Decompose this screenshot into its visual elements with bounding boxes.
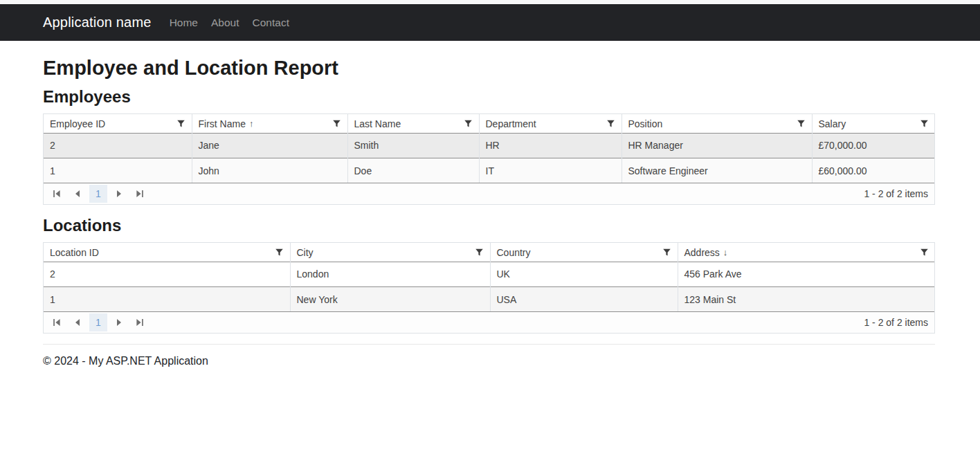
- cell-salary: £70,000.00: [812, 133, 934, 158]
- column-title: City: [297, 247, 314, 258]
- locations-col-address[interactable]: Address ↓: [678, 243, 934, 262]
- first-page-button[interactable]: [48, 185, 66, 203]
- locations-col-country[interactable]: Country: [490, 243, 678, 262]
- cell-salary: £60,000.00: [812, 158, 934, 183]
- employees-pager: 1 1 - 2 of 2 items: [44, 183, 934, 204]
- column-title: Last Name: [354, 118, 401, 129]
- filter-icon[interactable]: [473, 246, 486, 259]
- first-page-button[interactable]: [48, 314, 66, 331]
- cell-position: HR Manager: [621, 133, 812, 158]
- nav-link-home[interactable]: Home: [170, 17, 198, 29]
- main-content: Employee and Location Report Employees E…: [43, 55, 935, 367]
- employees-col-position[interactable]: Position: [621, 114, 812, 133]
- cell-department: HR: [479, 133, 621, 158]
- cell-employee-id: 1: [44, 158, 192, 183]
- pager-info: 1 - 2 of 2 items: [864, 188, 928, 199]
- employees-col-first-name[interactable]: First Name ↑: [192, 114, 347, 133]
- cell-address: 456 Park Ave: [678, 262, 934, 286]
- table-row: 2 London UK 456 Park Ave: [44, 262, 934, 286]
- navbar: Application name Home About Contact: [0, 4, 980, 41]
- app-brand-link[interactable]: Application name: [43, 15, 152, 30]
- locations-heading: Locations: [43, 215, 935, 236]
- column-title: First Name: [199, 118, 246, 129]
- employees-col-department[interactable]: Department: [479, 114, 621, 133]
- column-title: Salary: [819, 118, 846, 129]
- filter-icon[interactable]: [605, 118, 617, 130]
- column-title: Location ID: [50, 247, 99, 258]
- sort-asc-icon: ↑: [249, 118, 254, 129]
- table-row: 1 New York USA 123 Main St: [44, 286, 934, 311]
- footer-divider: [43, 344, 935, 345]
- employees-col-salary[interactable]: Salary: [812, 114, 934, 133]
- filter-icon[interactable]: [661, 246, 673, 259]
- cell-first-name: Jane: [192, 133, 347, 158]
- employees-col-last-name[interactable]: Last Name: [347, 114, 479, 133]
- last-page-button[interactable]: [131, 314, 149, 331]
- employees-header-row: Employee ID First Name ↑ Last Na: [44, 114, 934, 133]
- next-page-button[interactable]: [110, 314, 128, 331]
- cell-city: London: [290, 262, 490, 286]
- cell-position: Software Engineer: [621, 158, 812, 183]
- pager-info: 1 - 2 of 2 items: [864, 317, 928, 328]
- employees-heading: Employees: [43, 86, 935, 107]
- footer-copyright: © 2024 - My ASP.NET Application: [43, 355, 935, 367]
- page-title: Employee and Location Report: [43, 55, 935, 80]
- cell-city: New York: [290, 286, 490, 311]
- filter-icon[interactable]: [175, 118, 188, 130]
- locations-col-city[interactable]: City: [290, 243, 490, 262]
- cell-address: 123 Main St: [678, 286, 934, 311]
- table-row: 1 John Doe IT Software Engineer £60,000.…: [44, 158, 934, 183]
- locations-header-row: Location ID City Country: [44, 243, 934, 262]
- cell-last-name: Smith: [347, 133, 479, 158]
- locations-pager: 1 1 - 2 of 2 items: [44, 311, 934, 333]
- column-title: Department: [486, 118, 536, 129]
- cell-country: USA: [490, 286, 678, 311]
- last-page-button[interactable]: [131, 185, 149, 203]
- next-page-button[interactable]: [110, 185, 128, 203]
- cell-country: UK: [490, 262, 678, 286]
- filter-icon[interactable]: [462, 118, 475, 130]
- locations-col-location-id[interactable]: Location ID: [44, 243, 290, 262]
- page-number-button[interactable]: 1: [89, 185, 107, 203]
- cell-last-name: Doe: [347, 158, 479, 183]
- filter-icon[interactable]: [918, 246, 930, 259]
- sort-desc-icon: ↓: [723, 247, 728, 257]
- cell-location-id: 1: [44, 286, 290, 311]
- filter-icon[interactable]: [331, 118, 343, 130]
- column-title: Employee ID: [50, 118, 105, 129]
- cell-department: IT: [479, 158, 621, 183]
- cell-first-name: John: [192, 158, 347, 183]
- locations-grid: Location ID City Country: [43, 242, 935, 334]
- employees-col-employee-id[interactable]: Employee ID: [44, 114, 192, 133]
- cell-location-id: 2: [44, 262, 290, 286]
- employees-grid: Employee ID First Name ↑ Last Na: [43, 113, 935, 205]
- page-number-button[interactable]: 1: [89, 313, 107, 331]
- column-title: Country: [497, 247, 531, 258]
- cell-employee-id: 2: [44, 133, 192, 158]
- table-row: 2 Jane Smith HR HR Manager £70,000.00: [44, 133, 934, 158]
- filter-icon[interactable]: [273, 246, 286, 259]
- filter-icon[interactable]: [918, 118, 930, 130]
- filter-icon[interactable]: [795, 118, 808, 130]
- nav-link-contact[interactable]: Contact: [253, 17, 289, 29]
- previous-page-button[interactable]: [69, 185, 87, 203]
- column-title: Address: [684, 247, 720, 258]
- previous-page-button[interactable]: [69, 314, 87, 331]
- column-title: Position: [628, 118, 663, 129]
- nav-link-about[interactable]: About: [211, 17, 239, 29]
